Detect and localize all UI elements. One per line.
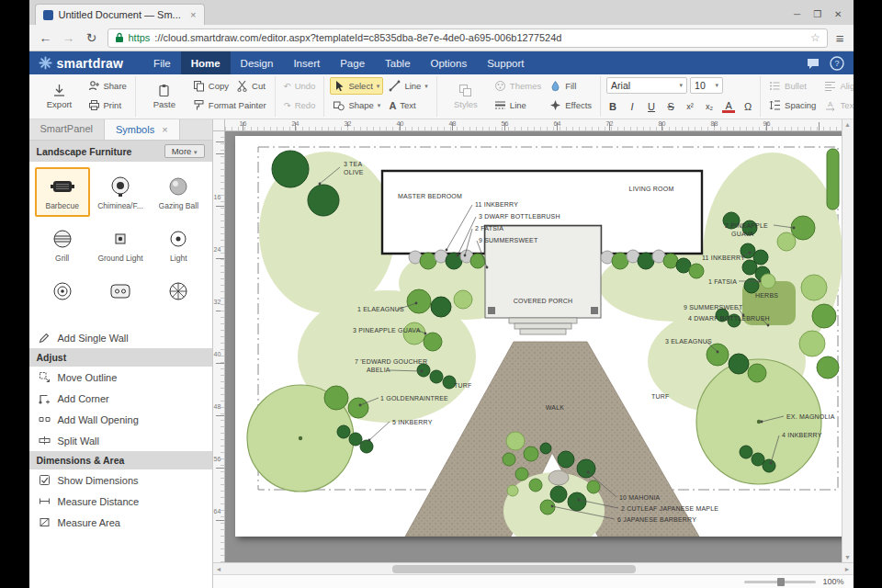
symbols-tab-close-icon[interactable]: × — [162, 124, 167, 135]
italic-button[interactable]: I — [626, 101, 639, 112]
styles-button[interactable]: Styles — [443, 77, 489, 116]
plant-symbol[interactable] — [403, 322, 425, 345]
plan-label[interactable]: ABELIA — [367, 367, 390, 373]
plant-symbol[interactable] — [506, 432, 525, 450]
plan-label[interactable]: 10 MAHONIA — [619, 494, 661, 501]
hedge-strip[interactable] — [827, 149, 839, 209]
plant-symbol[interactable] — [761, 274, 775, 288]
menu-table[interactable]: Table — [375, 51, 421, 74]
cut-button[interactable]: Cut — [233, 77, 268, 95]
underline-button[interactable]: U — [645, 101, 658, 112]
plant-symbol[interactable] — [446, 253, 462, 269]
menu-options[interactable]: Options — [421, 51, 478, 74]
plant-symbol[interactable] — [503, 453, 515, 466]
scroll-right-icon[interactable]: ► — [844, 566, 851, 572]
plan-label[interactable]: 11 INKBERRY — [702, 254, 745, 261]
symbol-barbecue[interactable]: Barbecue — [35, 167, 90, 217]
plan-label[interactable]: OLIVE — [344, 169, 364, 175]
add-wall-opening-button[interactable]: Add Wall Opening — [29, 409, 212, 430]
plant-symbol[interactable] — [817, 356, 839, 379]
address-bar[interactable]: https://cloud.smartdraw.com/editor.aspx?… — [107, 28, 828, 48]
text-tool-button[interactable]: A Text — [386, 96, 430, 114]
select-tool-button[interactable]: Select ▾ — [330, 77, 383, 95]
plant-symbol[interactable] — [729, 354, 749, 374]
plan-label[interactable]: 1 ELAEAGNUS — [357, 306, 404, 312]
font-color-button[interactable]: A — [722, 101, 735, 113]
fill-button[interactable]: Fill — [547, 77, 594, 95]
horizontal-scrollbar[interactable]: ◄ ► — [213, 562, 854, 574]
plan-label[interactable]: EX. MAGNOLIA — [786, 413, 835, 420]
plant-symbol[interactable] — [577, 459, 595, 478]
plant-symbol[interactable] — [812, 304, 836, 328]
copy-button[interactable]: Copy — [190, 77, 232, 95]
plant-symbol[interactable] — [324, 386, 348, 410]
tab-close-icon[interactable]: × — [190, 9, 196, 20]
reload-icon[interactable]: ↻ — [85, 30, 99, 45]
bullet-button[interactable]: Bullet — [766, 77, 819, 95]
help-icon[interactable]: ? — [830, 56, 844, 71]
plan-label[interactable]: 4 DWARF BOTTLEBRUSH — [688, 315, 770, 322]
plant-symbol[interactable] — [748, 364, 766, 382]
zoom-slider[interactable] — [744, 581, 816, 583]
plant-symbol[interactable] — [799, 331, 825, 356]
share-button[interactable]: Share — [85, 77, 130, 95]
plant-symbol[interactable] — [349, 433, 362, 446]
plan-label[interactable]: 7 'EDWARD GOUCHER — [355, 358, 427, 365]
plant-symbol[interactable] — [470, 254, 485, 268]
plant-symbol[interactable] — [417, 364, 430, 377]
menu-page[interactable]: Page — [330, 51, 375, 74]
superscript-button[interactable]: x² — [684, 102, 696, 111]
plant-symbol[interactable] — [558, 451, 574, 468]
plan-label[interactable]: 3 DWARF BOTTLEBRUSH — [479, 213, 560, 220]
plant-symbol[interactable] — [742, 260, 757, 275]
symbol-chiminea[interactable]: Chiminea/F... — [93, 167, 148, 217]
tab-symbols[interactable]: Symbols × — [104, 119, 180, 140]
plan-label[interactable]: COVERED PORCH — [513, 298, 571, 304]
menu-insert[interactable]: Insert — [283, 51, 330, 74]
document-page[interactable]: 3 TEAOLIVEMASTER BEDROOMLIVING ROOM11 IN… — [235, 136, 854, 537]
more-button[interactable]: More ▾ — [164, 144, 205, 158]
tab-smartpanel[interactable]: SmartPanel — [29, 119, 104, 140]
plant-symbol[interactable] — [524, 447, 538, 461]
plant-symbol[interactable] — [360, 440, 373, 453]
plant-symbol[interactable] — [348, 398, 368, 418]
plan-label[interactable]: GUAVA — [731, 231, 754, 237]
symbol-gazing-ball[interactable]: Gazing Ball — [151, 167, 206, 217]
plan-label[interactable]: 11 INKBERRY — [475, 201, 518, 208]
menu-file[interactable]: File — [143, 51, 181, 74]
add-single-wall-button[interactable]: Add Single Wall — [29, 327, 212, 348]
scroll-left-icon[interactable]: ◄ — [216, 566, 222, 572]
spacing-button[interactable]: Spacing — [766, 96, 819, 114]
browser-tab[interactable]: Untitled Document — Sm... × — [35, 4, 205, 25]
move-outline-button[interactable]: Move Outline — [29, 367, 212, 388]
plant-symbol[interactable] — [777, 232, 796, 251]
line-style-button[interactable]: Line — [492, 96, 544, 114]
symbol-grill[interactable]: Grill — [35, 220, 90, 269]
plan-label[interactable]: 9 SUMMERSWEET — [684, 304, 743, 311]
export-button[interactable]: Export — [37, 77, 83, 116]
measure-distance-button[interactable]: Measure Distance — [29, 491, 212, 512]
plan-label[interactable]: 3 PINEAPPLE GUAVA — [353, 327, 421, 334]
shape-tool-button[interactable]: Shape ▾ — [330, 96, 383, 114]
chat-icon[interactable] — [806, 56, 820, 71]
plant-symbol[interactable] — [744, 278, 759, 293]
horizontal-scroll-thumb[interactable] — [392, 565, 636, 573]
plan-label[interactable]: 2 PINEAPPLE — [725, 222, 768, 229]
plan-label[interactable]: 2 FATSIA — [475, 225, 503, 232]
plan-label[interactable]: 3 ELAEAGNUS — [665, 338, 712, 345]
plant-symbol[interactable] — [568, 492, 586, 511]
add-corner-button[interactable]: Add Corner — [29, 388, 212, 409]
plan-label[interactable]: MASTER BEDROOM — [397, 193, 461, 199]
plant-symbol[interactable] — [529, 479, 542, 492]
plant-symbol[interactable] — [272, 151, 309, 187]
symbol-umbrella[interactable] — [151, 272, 206, 322]
menu-support[interactable]: Support — [477, 51, 534, 74]
menu-home[interactable]: Home — [181, 51, 231, 74]
symbol-light[interactable]: Light — [151, 220, 206, 269]
symbol-button[interactable]: Ω — [741, 101, 754, 112]
format-painter-button[interactable]: Format Painter — [190, 96, 269, 114]
plant-symbol[interactable] — [612, 253, 628, 269]
measure-area-button[interactable]: Measure Area — [29, 512, 212, 533]
plan-label[interactable]: TURF — [454, 382, 471, 389]
plan-label[interactable]: 4 INKBERRY — [782, 432, 822, 438]
